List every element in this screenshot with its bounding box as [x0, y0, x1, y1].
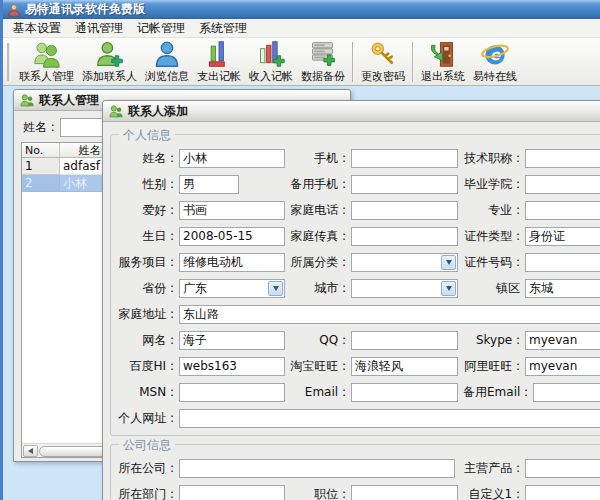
college-input[interactable]: [525, 175, 600, 194]
id-type-input[interactable]: 身份证: [525, 227, 600, 246]
home-address-value: 东山路: [183, 306, 219, 323]
major-input[interactable]: [525, 201, 600, 220]
home-phone-input[interactable]: [351, 201, 458, 220]
tech-title-input[interactable]: [525, 149, 600, 168]
position-input[interactable]: [351, 485, 458, 500]
field-department: 所在部门 :: [115, 481, 285, 500]
toolbar-button-change-password[interactable]: 更改密码: [358, 39, 408, 85]
contacts-icon: [33, 40, 61, 68]
form-row: 网名 :海子QQ :Skype :myevan: [111, 327, 600, 353]
field-skype: Skype :myevan: [463, 327, 600, 353]
msn-input[interactable]: [179, 383, 285, 402]
id-number-input[interactable]: [525, 253, 600, 272]
database-backup-icon: [309, 40, 337, 68]
toolbar-button-income-record[interactable]: 收入记帐: [246, 39, 296, 85]
toolbar-button-contact-manager[interactable]: 联系人管理: [16, 39, 77, 85]
toolbar-button-exit-system[interactable]: 退出系统: [418, 39, 468, 85]
mobile-input[interactable]: [351, 149, 458, 168]
department-label: 所在部门 :: [115, 486, 179, 500]
field-home-phone: 家庭电话 :: [285, 197, 458, 223]
main-products-label: 主营产品 :: [463, 460, 525, 477]
scroll-left-arrow-icon[interactable]: [23, 445, 38, 457]
baidu-hi-input[interactable]: webs163: [179, 357, 285, 376]
personal-website-input[interactable]: [179, 409, 600, 428]
net-name-input[interactable]: 海子: [179, 331, 285, 350]
backup-email-label: 备用Email :: [463, 384, 533, 401]
taobao-wangwang-input[interactable]: 海浪轻风: [351, 357, 458, 376]
hobby-value: 书画: [183, 202, 207, 219]
toolbar-grip[interactable]: [7, 43, 11, 81]
toolbar-button-add-contact[interactable]: 添加联系人: [79, 39, 140, 85]
home-fax-label: 家庭传真 :: [285, 228, 351, 245]
email-label: Email :: [285, 385, 351, 399]
form-row: 所在部门 :职位 :自定义1 :: [111, 481, 600, 500]
hobby-input[interactable]: 书画: [179, 201, 285, 220]
gender-input[interactable]: 男: [179, 175, 239, 194]
company-info-title: 公司信息: [119, 437, 175, 454]
search-name-label: 姓名 :: [23, 119, 55, 136]
menu-item-account-manage[interactable]: 记帐管理: [130, 18, 192, 39]
menu-item-system-manage[interactable]: 系统管理: [192, 18, 254, 39]
position-label: 职位 :: [285, 486, 351, 500]
name-input[interactable]: 小林: [179, 149, 285, 168]
custom1-input[interactable]: [525, 485, 600, 500]
toolbar-button-expense-record[interactable]: 支出记帐: [194, 39, 244, 85]
birthday-input[interactable]: 2008-05-15: [179, 227, 285, 246]
income-chart-icon: [257, 40, 285, 68]
toolbar-label-contact-manager: 联系人管理: [19, 69, 74, 84]
field-birthday: 生日 :2008-05-15: [115, 223, 285, 249]
backup-mobile-input[interactable]: [351, 175, 458, 194]
service-items-input[interactable]: 维修电动机: [179, 253, 285, 272]
province-dropdown-button[interactable]: [268, 281, 283, 296]
menu-item-contact-manage[interactable]: 通讯管理: [68, 18, 130, 39]
contact-manager-title: 联系人管理: [39, 92, 99, 109]
column-header-no[interactable]: No.: [22, 143, 60, 157]
home-address-input[interactable]: 东山路: [179, 305, 600, 324]
ali-wangwang-label: 阿里旺旺 :: [463, 358, 525, 375]
field-home-fax: 家庭传真 :: [285, 223, 458, 249]
province-input[interactable]: 广东: [179, 279, 285, 298]
home-fax-input[interactable]: [351, 227, 458, 246]
toolbar-separator: [352, 42, 354, 82]
category-dropdown-button[interactable]: [441, 255, 456, 270]
email-input[interactable]: [351, 383, 458, 402]
qq-label: QQ :: [285, 333, 351, 347]
field-id-type: 证件类型 :身份证: [463, 223, 600, 249]
title-bar[interactable]: 易特通讯录软件免费版: [3, 0, 600, 19]
personal-website-label: 个人网址 :: [115, 410, 179, 427]
main-products-input[interactable]: [525, 459, 600, 478]
menu-item-basic-settings[interactable]: 基本设置: [6, 18, 68, 39]
company-input[interactable]: [179, 459, 455, 478]
backup-email-input[interactable]: [533, 383, 600, 402]
birthday-label: 生日 :: [115, 228, 179, 245]
college-label: 毕业学院 :: [463, 176, 525, 193]
city-dropdown-button[interactable]: [441, 281, 456, 296]
field-baidu-hi: 百度HI :webs163: [115, 353, 285, 379]
field-service-items: 服务项目 :维修电动机: [115, 249, 285, 275]
department-input[interactable]: [179, 485, 285, 500]
city-input[interactable]: [351, 279, 458, 298]
district-input[interactable]: 东城: [525, 279, 600, 298]
chevron-down-icon: [446, 286, 452, 291]
toolbar-button-browse-info[interactable]: 浏览信息: [142, 39, 192, 85]
field-home-address: 家庭地址 :东山路: [115, 301, 600, 327]
service-items-label: 服务项目 :: [115, 254, 179, 271]
qq-input[interactable]: [351, 331, 458, 350]
ali-wangwang-input[interactable]: myevan: [525, 357, 600, 376]
skype-input[interactable]: myevan: [525, 331, 600, 350]
form-row: 性别 :男备用手机 :毕业学院 :: [111, 171, 600, 197]
category-input[interactable]: [351, 253, 458, 272]
baidu-hi-label: 百度HI :: [115, 358, 179, 375]
toolbar-button-data-backup[interactable]: 数据备份: [298, 39, 348, 85]
tech-title-label: 技术职称 :: [463, 150, 525, 167]
toolbar-button-yite-online[interactable]: e易特在线: [470, 39, 520, 85]
field-taobao-wangwang: 淘宝旺旺 :海浪轻风: [285, 353, 458, 379]
form-row: 省份 :广东城市 :镇区东城: [111, 275, 600, 301]
backup-mobile-label: 备用手机 :: [285, 176, 351, 193]
baidu-hi-value: webs163: [183, 359, 237, 373]
net-name-label: 网名 :: [115, 332, 179, 349]
home-phone-label: 家庭电话 :: [285, 202, 351, 219]
toolbar-label-income-record: 收入记帐: [249, 69, 293, 84]
company-info-rows: 所在公司 :主营产品 :所在部门 :职位 :自定义1 :: [111, 455, 600, 500]
contact-add-titlebar[interactable]: 联系人添加: [103, 101, 600, 122]
